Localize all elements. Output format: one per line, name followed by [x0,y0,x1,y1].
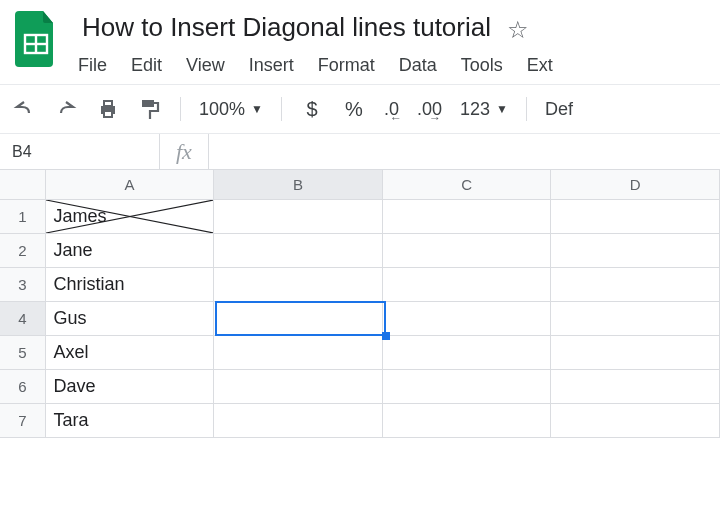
svg-rect-4 [104,101,112,106]
menubar: File Edit View Insert Format Data Tools … [78,51,708,84]
document-title[interactable]: How to Insert Diagonal lines tutorial [78,8,495,47]
spreadsheet-grid: A B C D 1 James 2 Jane 3 Christian 4 Gus… [0,170,720,438]
cell-d2[interactable] [551,234,720,268]
formula-input[interactable] [209,134,720,169]
cell-c4[interactable] [383,302,552,336]
currency-button[interactable]: $ [300,97,324,121]
increase-decimal-button[interactable]: .00 → [417,97,442,121]
cell-c1[interactable] [383,200,552,234]
row-header[interactable]: 6 [0,370,46,404]
row-header[interactable]: 7 [0,404,46,438]
font-dropdown[interactable]: Def [545,99,573,120]
menu-file[interactable]: File [78,55,107,76]
col-header-d[interactable]: D [551,170,720,200]
cell-a2[interactable]: Jane [46,234,215,268]
header: How to Insert Diagonal lines tutorial ☆ … [0,0,720,84]
cell-a6[interactable]: Dave [46,370,215,404]
row-header[interactable]: 3 [0,268,46,302]
cell-d6[interactable] [551,370,720,404]
undo-icon[interactable] [12,97,36,121]
menu-edit[interactable]: Edit [131,55,162,76]
menu-tools[interactable]: Tools [461,55,503,76]
menu-extensions[interactable]: Ext [527,55,553,76]
col-header-c[interactable]: C [383,170,552,200]
row-header[interactable]: 1 [0,200,46,234]
cell-b2[interactable] [214,234,383,268]
cell-a7[interactable]: Tara [46,404,215,438]
row-header[interactable]: 4 [0,302,46,336]
cell-d1[interactable] [551,200,720,234]
fill-handle[interactable] [382,332,390,340]
star-icon[interactable]: ☆ [507,16,529,44]
redo-icon[interactable] [54,97,78,121]
cell-c2[interactable] [383,234,552,268]
row-header[interactable]: 2 [0,234,46,268]
cell-b6[interactable] [214,370,383,404]
zoom-value: 100% [199,99,245,120]
cell-b4[interactable] [214,302,383,336]
row-header[interactable]: 5 [0,336,46,370]
fx-label: fx [160,134,209,169]
percent-button[interactable]: % [342,97,366,121]
cell-d4[interactable] [551,302,720,336]
cell-c6[interactable] [383,370,552,404]
cell-c5[interactable] [383,336,552,370]
decrease-decimal-button[interactable]: .0 ← [384,97,399,121]
zoom-dropdown[interactable]: 100% ▼ [199,99,263,120]
name-box[interactable]: B4 [0,134,160,169]
menu-data[interactable]: Data [399,55,437,76]
paint-format-icon[interactable] [138,97,162,121]
cell-a1[interactable]: James [46,200,215,234]
chevron-down-icon: ▼ [251,102,263,116]
cell-b7[interactable] [214,404,383,438]
cell-d5[interactable] [551,336,720,370]
cell-d7[interactable] [551,404,720,438]
toolbar: 100% ▼ $ % .0 ← .00 → 123 ▼ Def [0,84,720,134]
cell-a3[interactable]: Christian [46,268,215,302]
formula-row: B4 fx [0,134,720,170]
number-format-dropdown[interactable]: 123 ▼ [460,99,508,120]
col-header-b[interactable]: B [214,170,383,200]
cell-b3[interactable] [214,268,383,302]
cell-a4[interactable]: Gus [46,302,215,336]
cell-a5[interactable]: Axel [46,336,215,370]
col-header-a[interactable]: A [46,170,215,200]
menu-view[interactable]: View [186,55,225,76]
svg-rect-6 [142,100,154,107]
cell-b5[interactable] [214,336,383,370]
cell-c7[interactable] [383,404,552,438]
chevron-down-icon: ▼ [496,102,508,116]
sheets-logo [12,8,60,70]
menu-format[interactable]: Format [318,55,375,76]
svg-rect-5 [104,111,112,117]
select-all-corner[interactable] [0,170,46,200]
menu-insert[interactable]: Insert [249,55,294,76]
cell-c3[interactable] [383,268,552,302]
print-icon[interactable] [96,97,120,121]
cell-b1[interactable] [214,200,383,234]
cell-d3[interactable] [551,268,720,302]
